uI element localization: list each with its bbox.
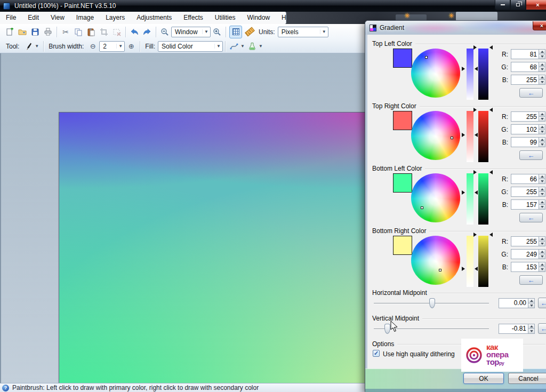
chevron-down-icon[interactable]: ▼	[259, 44, 263, 49]
zoom-in-icon[interactable]	[211, 26, 223, 38]
color-wheel-marker[interactable]	[451, 137, 453, 139]
color-swatch[interactable]	[393, 49, 412, 68]
dialog-title-bar[interactable]: Gradient	[365, 21, 546, 35]
color-swatch[interactable]	[393, 111, 412, 130]
value-marker-icon[interactable]	[473, 45, 477, 50]
saturation-slider[interactable]	[467, 173, 473, 225]
value-marker-icon[interactable]	[489, 233, 493, 237]
reset-horizontal-midpoint-button[interactable]: ←	[538, 298, 546, 308]
color-wheel-marker[interactable]	[421, 206, 423, 209]
blue-input[interactable]	[511, 262, 539, 272]
blue-input[interactable]	[511, 199, 539, 210]
color-wheel-marker[interactable]	[439, 269, 441, 271]
red-input[interactable]	[511, 236, 539, 246]
red-spinner[interactable]	[539, 236, 545, 246]
save-icon[interactable]	[29, 26, 41, 38]
saturation-slider[interactable]	[467, 111, 473, 162]
antialiasing-flask-icon[interactable]	[246, 41, 258, 52]
value-slider[interactable]	[478, 49, 488, 100]
blue-input[interactable]	[511, 137, 539, 147]
green-input[interactable]	[511, 124, 539, 134]
open-file-icon[interactable]	[17, 26, 28, 38]
color-wheel[interactable]	[411, 49, 460, 98]
color-swatch[interactable]	[393, 173, 412, 193]
cancel-button[interactable]: Cancel	[508, 373, 546, 384]
saturation-marker-icon[interactable]	[462, 190, 465, 195]
saturation-marker-icon[interactable]	[475, 133, 478, 137]
saturation-marker-icon[interactable]	[462, 267, 465, 271]
undo-icon[interactable]	[129, 26, 140, 38]
saturation-marker-icon[interactable]	[475, 267, 478, 271]
value-slider[interactable]	[478, 236, 488, 287]
saturation-slider[interactable]	[467, 49, 473, 100]
vertical-midpoint-spinner[interactable]	[528, 324, 535, 334]
menu-effects[interactable]: Effects	[178, 12, 208, 24]
fill-dropdown[interactable]: Solid Color ▼	[158, 41, 223, 52]
green-input[interactable]	[511, 187, 539, 197]
menu-adjustments[interactable]: Adjustments	[131, 12, 178, 24]
value-marker-icon[interactable]	[489, 45, 493, 50]
blue-spinner[interactable]	[539, 75, 545, 85]
menu-window[interactable]: Window	[241, 12, 276, 24]
value-slider[interactable]	[478, 173, 488, 225]
green-input[interactable]	[511, 249, 539, 259]
value-marker-icon[interactable]	[473, 108, 477, 112]
reset-vertical-midpoint-button[interactable]: ←	[538, 323, 546, 334]
value-marker-icon[interactable]	[473, 170, 477, 174]
canvas-gradient-image[interactable]	[59, 112, 366, 392]
horizontal-midpoint-spinner[interactable]	[528, 298, 535, 308]
minimize-button[interactable]	[495, 0, 510, 10]
value-marker-icon[interactable]	[473, 233, 477, 237]
units-dropdown[interactable]: Pixels ▼	[278, 27, 328, 37]
paintbrush-tool-icon[interactable]	[22, 41, 34, 52]
value-marker-icon[interactable]	[489, 170, 493, 174]
ok-button[interactable]: OK	[463, 373, 504, 384]
dithering-checkbox-label[interactable]: Use high quality dithering	[383, 350, 455, 358]
red-spinner[interactable]	[539, 174, 545, 184]
color-wheel[interactable]	[411, 111, 460, 160]
ruler-toggle-button[interactable]	[244, 26, 255, 38]
transfer-color-button[interactable]: ←	[519, 150, 543, 160]
value-marker-icon[interactable]	[489, 108, 493, 112]
copy-icon[interactable]	[73, 26, 84, 38]
curve-style-icon[interactable]	[228, 41, 240, 52]
green-spinner[interactable]	[539, 187, 545, 197]
chevron-down-icon[interactable]: ▼	[240, 44, 245, 49]
red-input[interactable]	[511, 111, 539, 122]
cut-icon[interactable]: ✂	[60, 26, 71, 38]
dialog-close-button[interactable]: ×	[533, 21, 546, 30]
transfer-color-button[interactable]: ←	[519, 213, 543, 222]
color-wheel[interactable]	[411, 236, 460, 285]
saturation-slider[interactable]	[467, 236, 473, 287]
menu-file[interactable]: File	[0, 12, 22, 24]
menu-view[interactable]: View	[45, 12, 70, 24]
redo-icon[interactable]	[141, 26, 153, 38]
print-icon[interactable]	[42, 26, 54, 38]
saturation-marker-icon[interactable]	[475, 67, 478, 71]
value-slider[interactable]	[478, 111, 488, 162]
blue-spinner[interactable]	[539, 199, 545, 210]
brush-width-dropdown[interactable]: 2 ▼	[99, 41, 125, 52]
green-spinner[interactable]	[539, 62, 545, 72]
grid-toggle-button[interactable]	[229, 26, 242, 38]
menu-edit[interactable]: Edit	[22, 12, 45, 24]
saturation-marker-icon[interactable]	[462, 67, 465, 71]
blue-input[interactable]	[511, 75, 539, 85]
red-spinner[interactable]	[539, 49, 545, 59]
menu-layers[interactable]: Layers	[100, 12, 131, 24]
saturation-marker-icon[interactable]	[475, 190, 478, 195]
transfer-color-button[interactable]: ←	[519, 88, 543, 98]
decrease-width-button[interactable]: ⊖	[87, 41, 99, 52]
horizontal-midpoint-input[interactable]	[499, 298, 528, 308]
blue-spinner[interactable]	[539, 137, 545, 147]
menu-image[interactable]: Image	[70, 12, 100, 24]
red-spinner[interactable]	[539, 111, 545, 122]
close-button[interactable]: ×	[526, 0, 546, 10]
chevron-down-icon[interactable]: ▼	[35, 44, 39, 49]
blue-spinner[interactable]	[539, 262, 545, 272]
restore-button[interactable]	[510, 0, 526, 10]
green-spinner[interactable]	[539, 249, 545, 259]
dithering-checkbox[interactable]: ✓	[373, 350, 380, 357]
menu-utilities[interactable]: Utilities	[209, 12, 242, 24]
red-input[interactable]	[511, 174, 539, 184]
